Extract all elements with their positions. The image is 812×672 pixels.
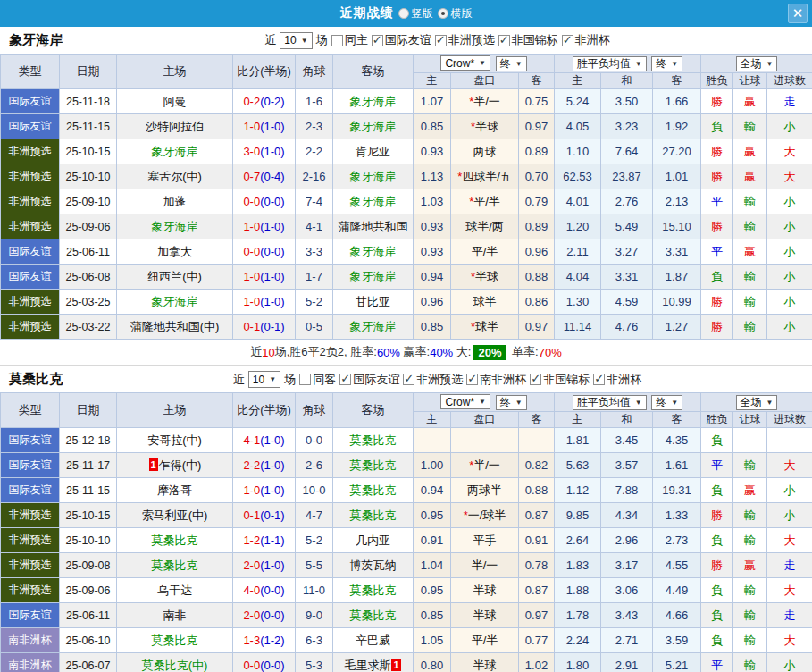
chevron-down-icon: ▼ [479, 398, 486, 406]
avg-lose-odds: 4.66 [653, 603, 701, 628]
radio-selected-icon [438, 8, 448, 19]
same-venue-checkbox[interactable]: 同主 [331, 32, 368, 48]
score-cell: 2-0(0-0) [233, 603, 296, 628]
score-cell: 1-0(1-0) [233, 265, 296, 290]
away-team: 象牙海岸 [333, 315, 414, 340]
score-cell: 0-0(0-0) [233, 239, 296, 265]
team-name-text: 莫桑比克 [350, 458, 397, 472]
handicap-line: *四球半/五 [451, 164, 519, 189]
competition-checkbox-3[interactable]: 非洲杯 [562, 32, 610, 48]
home-team: 索马利亚(中) [117, 503, 233, 528]
handicap-home-odds: 0.80 [414, 653, 451, 672]
odds-stage-select[interactable]: 终▼ [496, 395, 527, 410]
handicap-away-odds: 0.89 [519, 214, 555, 239]
result-goals: 小 [767, 653, 812, 672]
odds-stage-select[interactable]: 终▼ [496, 56, 527, 71]
line-text: 平/半 [473, 195, 500, 208]
half-time-score: (1-0) [260, 559, 284, 572]
competition-checkbox-0[interactable]: 国际友谊 [339, 372, 399, 388]
full-time-score: 2-2 [243, 458, 260, 472]
competition-badge: 非洲预选 [1, 139, 60, 164]
home-team: 1乍得(中) [117, 453, 233, 478]
avg-stage-select[interactable]: 终▼ [651, 56, 682, 71]
away-team: 蒲隆地共和国 [333, 214, 414, 239]
checkbox-label: 同客 [313, 372, 336, 388]
handicap-away-odds: 0.78 [519, 553, 555, 578]
table-row: 非洲预选25-10-15索马利亚(中)0-1(0-1)4-7莫桑比克0.95*一… [1, 503, 812, 528]
avg-group-header: 胜平负均值▼ 终▼ [555, 393, 701, 412]
result-goals: 大 [767, 164, 812, 189]
same-venue-checkbox[interactable]: 同客 [299, 372, 336, 388]
competition-checkbox-1[interactable]: 非洲预选 [435, 32, 495, 48]
summary-part: 大: [453, 344, 471, 360]
team-name-text: 甘比亚 [356, 295, 390, 308]
half-time-score: (0-1) [260, 508, 284, 522]
col-date: 日期 [60, 55, 117, 89]
layout-radio-vertical[interactable]: 竖版 [398, 6, 433, 21]
matches-table-ivory-coast: 类型 日期 主场 比分(半场) 角球 客场 Crow*▼ 终▼ 胜平负均值▼ 终… [0, 54, 812, 340]
half-time-score: (0-0) [260, 609, 284, 622]
table-row: 非洲预选25-09-08莫桑比克2-0(1-0)5-5博茨瓦纳1.04半/一0.… [1, 553, 812, 578]
handicap-away-odds: 0.97 [519, 114, 555, 139]
line-text: 球半 [475, 320, 498, 333]
layout-radio-horizontal[interactable]: 横版 [438, 6, 473, 21]
full-time-score: 4-0 [243, 584, 260, 597]
competition-badge: 非洲预选 [1, 290, 60, 315]
competition-checkbox-0[interactable]: 国际友谊 [372, 32, 431, 48]
table-row: 南非洲杯25-06-10莫桑比克1-3(1-2)6-3辛巴威1.05平/半0.7… [1, 628, 812, 653]
handicap-away-odds: 0.70 [519, 164, 555, 189]
result-handicap: 輸 [733, 603, 767, 628]
avg-lose-odds: 10.99 [653, 290, 701, 315]
result-wdl: 平 [701, 189, 733, 214]
avg-win-odds: 2.11 [555, 239, 601, 265]
avg-draw-odds: 3.57 [601, 453, 653, 478]
competition-badge: 国际友谊 [1, 89, 60, 114]
result-wdl: 勝 [701, 553, 733, 578]
team-name-text: 乌干达 [157, 584, 192, 597]
result-handicap: 輸 [733, 315, 767, 340]
scope-select[interactable]: 全场▼ [736, 56, 778, 71]
competition-badge: 非洲预选 [1, 528, 60, 553]
handicap-line: *半球 [451, 114, 519, 139]
full-time-score: 0-2 [243, 95, 260, 108]
recent-count-select[interactable]: 10▼ [248, 371, 280, 388]
competition-badge: 国际友谊 [1, 478, 60, 503]
match-date: 25-10-15 [60, 503, 117, 528]
bookmaker-select[interactable]: Crow*▼ [440, 394, 490, 409]
recent-count-select[interactable]: 10▼ [280, 32, 312, 49]
result-handicap: 赢 [733, 553, 767, 578]
competition-badge: 南非洲杯 [1, 653, 60, 672]
competition-checkbox-2[interactable]: 南非洲杯 [466, 372, 526, 388]
competition-checkbox-1[interactable]: 非洲预选 [403, 372, 463, 388]
avg-lose-odds: 1.01 [653, 164, 701, 189]
close-icon[interactable]: ✕ [788, 4, 808, 23]
competition-checkbox-3[interactable]: 非国锦标 [530, 372, 590, 388]
corner-count: 6-3 [296, 628, 333, 653]
scope-select[interactable]: 全场▼ [736, 395, 778, 410]
score-cell: 1-0(1-0) [233, 214, 296, 239]
avg-win-odds: 1.30 [555, 290, 601, 315]
avg-lose-odds: 27.20 [653, 139, 701, 164]
bookmaker-select[interactable]: Crow*▼ [440, 55, 490, 71]
table-row: 非洲预选25-10-10塞舌尔(中)0-7(0-4)2-16象牙海岸1.13*四… [1, 164, 812, 189]
handicap-home-odds: 1.05 [414, 628, 451, 653]
handicap-line: 半球 [451, 603, 519, 628]
competition-checkbox-4[interactable]: 非洲杯 [593, 372, 641, 388]
avg-select[interactable]: 胜平负均值▼ [573, 56, 647, 71]
avg-draw-odds: 7.64 [601, 139, 653, 164]
competition-checkbox-2[interactable]: 非国锦标 [498, 32, 558, 48]
filter-bar: 近10▼场同主国际友谊非洲预选非国锦标非洲杯 [264, 32, 609, 49]
line-text: 半/一 [473, 458, 500, 472]
avg-stage-select[interactable]: 终▼ [651, 395, 682, 410]
result-goals: 小 [767, 189, 812, 214]
team-name-text: 莫桑比克(中) [142, 659, 208, 672]
checkbox-icon [299, 374, 311, 385]
away-team: 莫桑比克 [333, 428, 414, 453]
handicap-away-odds: 0.87 [519, 578, 555, 603]
record-summary: 近10场,胜6平2负2, 胜率:60% 赢率:40% 大:20% 单率:70% [0, 340, 812, 365]
avg-select[interactable]: 胜平负均值▼ [573, 395, 647, 410]
full-time-score: 0-7 [243, 170, 260, 183]
home-team: 象牙海岸 [117, 139, 233, 164]
handicap-line: 球半 [451, 290, 519, 315]
avg-lose-odds: 3.31 [653, 239, 701, 265]
